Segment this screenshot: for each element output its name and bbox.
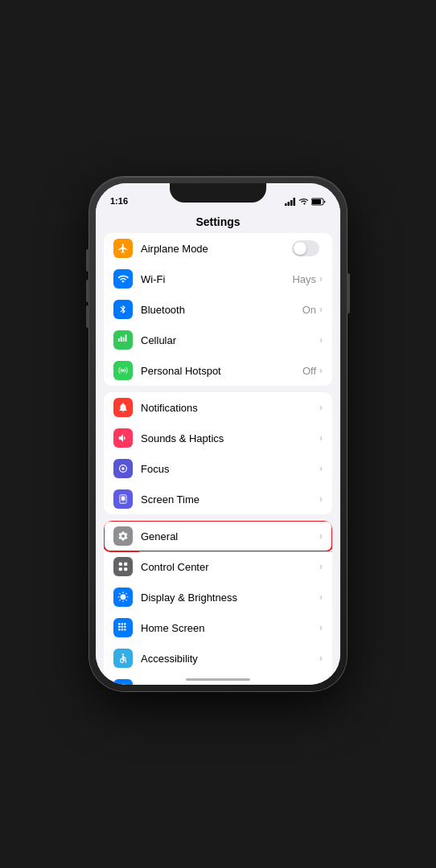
notifications-row[interactable]: Notifications › <box>104 392 332 423</box>
system-group: General › Control Center › <box>104 521 332 685</box>
focus-chevron: › <box>319 463 323 474</box>
sounds-haptics-label: Sounds & Haptics <box>141 432 319 444</box>
cellular-icon <box>113 330 133 350</box>
svg-rect-2 <box>290 200 293 206</box>
svg-rect-21 <box>121 628 123 630</box>
sounds-haptics-chevron: › <box>319 432 323 444</box>
personal-hotspot-label: Personal Hotspot <box>141 365 302 377</box>
display-brightness-row[interactable]: Display & Brightness › <box>104 582 332 612</box>
home-screen-row[interactable]: Home Screen › <box>104 612 332 643</box>
accessibility-chevron: › <box>319 653 323 664</box>
general-icon <box>113 526 133 546</box>
personal-hotspot-value: Off <box>302 365 316 377</box>
airplane-mode-row[interactable]: Airplane Mode <box>104 233 332 264</box>
status-icons <box>285 198 326 206</box>
control-center-chevron: › <box>319 561 323 572</box>
wifi-value: Hays <box>292 273 316 285</box>
svg-point-6 <box>122 370 125 372</box>
svg-rect-11 <box>124 563 127 566</box>
control-center-label: Control Center <box>141 561 319 573</box>
personal-hotspot-chevron: › <box>319 365 323 376</box>
svg-rect-8 <box>121 497 125 501</box>
cellular-label: Cellular <box>141 334 319 346</box>
screen-time-row[interactable]: Screen Time › <box>104 484 332 514</box>
accessibility-icon <box>113 649 133 668</box>
wallpaper-icon <box>113 679 133 685</box>
hotspot-icon <box>113 361 133 380</box>
svg-rect-1 <box>288 202 290 206</box>
svg-rect-19 <box>124 626 125 628</box>
connectivity-group: Airplane Mode Wi-Fi Hays › <box>104 233 332 386</box>
svg-rect-3 <box>294 198 296 206</box>
notifications-label: Notifications <box>141 402 319 414</box>
signal-icon <box>285 198 296 206</box>
wifi-icon <box>113 269 133 289</box>
control-center-icon <box>113 557 133 576</box>
focus-label: Focus <box>141 463 319 475</box>
screen-time-label: Screen Time <box>141 493 319 506</box>
notifications-icon <box>113 398 133 417</box>
svg-rect-16 <box>124 623 125 624</box>
general-chevron: › <box>319 530 323 542</box>
airplane-icon <box>113 239 133 258</box>
svg-point-9 <box>122 502 123 502</box>
screen-content[interactable]: Settings Airplane Mode <box>96 209 340 685</box>
wallpaper-chevron: › <box>319 683 323 685</box>
wallpaper-label: Wallpaper <box>141 683 319 686</box>
general-label: General <box>141 530 319 542</box>
wifi-label: Wi-Fi <box>141 273 292 285</box>
svg-rect-13 <box>124 567 127 571</box>
phone-frame: 1:16 <box>89 177 347 691</box>
svg-rect-0 <box>285 203 287 206</box>
home-screen-label: Home Screen <box>141 622 319 634</box>
home-indicator <box>186 678 250 681</box>
cellular-chevron: › <box>319 334 323 346</box>
svg-rect-12 <box>119 567 122 571</box>
screen-time-icon <box>113 489 133 509</box>
bluetooth-value: On <box>302 304 316 316</box>
wifi-chevron: › <box>319 273 323 285</box>
notch <box>170 183 266 203</box>
sounds-haptics-row[interactable]: Sounds & Haptics › <box>104 423 332 453</box>
accessibility-row[interactable]: Accessibility › <box>104 643 332 674</box>
sound-icon <box>113 428 133 448</box>
svg-point-23 <box>122 653 124 655</box>
notifications-chevron: › <box>319 402 323 413</box>
status-time: 1:16 <box>110 196 128 206</box>
svg-rect-22 <box>124 628 125 630</box>
general-row[interactable]: General › <box>104 521 332 551</box>
wifi-row[interactable]: Wi-Fi Hays › <box>104 264 332 294</box>
bluetooth-icon <box>113 300 133 319</box>
svg-rect-17 <box>118 626 120 628</box>
phone-screen: 1:16 <box>96 183 340 685</box>
svg-rect-15 <box>121 623 123 624</box>
svg-rect-14 <box>118 623 120 624</box>
focus-icon <box>113 459 133 478</box>
airplane-mode-toggle[interactable] <box>292 240 319 256</box>
svg-rect-18 <box>121 626 123 628</box>
svg-rect-5 <box>312 199 321 204</box>
display-brightness-label: Display & Brightness <box>141 592 319 604</box>
svg-rect-20 <box>118 628 120 630</box>
wifi-status-icon <box>298 198 309 206</box>
bluetooth-label: Bluetooth <box>141 304 302 316</box>
control-center-row[interactable]: Control Center › <box>104 551 332 582</box>
focus-row[interactable]: Focus › <box>104 453 332 484</box>
display-brightness-chevron: › <box>319 592 323 603</box>
cellular-row[interactable]: Cellular › <box>104 325 332 355</box>
home-screen-chevron: › <box>319 622 323 633</box>
battery-icon <box>311 198 326 206</box>
page-title: Settings <box>96 209 340 233</box>
personal-hotspot-row[interactable]: Personal Hotspot Off › <box>104 355 332 386</box>
bluetooth-chevron: › <box>319 304 323 315</box>
bluetooth-row[interactable]: Bluetooth On › <box>104 294 332 325</box>
svg-rect-10 <box>119 563 122 566</box>
accessibility-label: Accessibility <box>141 653 319 665</box>
home-screen-icon <box>113 618 133 637</box>
screen-time-chevron: › <box>319 493 323 505</box>
airplane-mode-label: Airplane Mode <box>141 243 292 255</box>
display-icon <box>113 588 133 607</box>
notifications-group: Notifications › Sounds & Haptics › <box>104 392 332 514</box>
